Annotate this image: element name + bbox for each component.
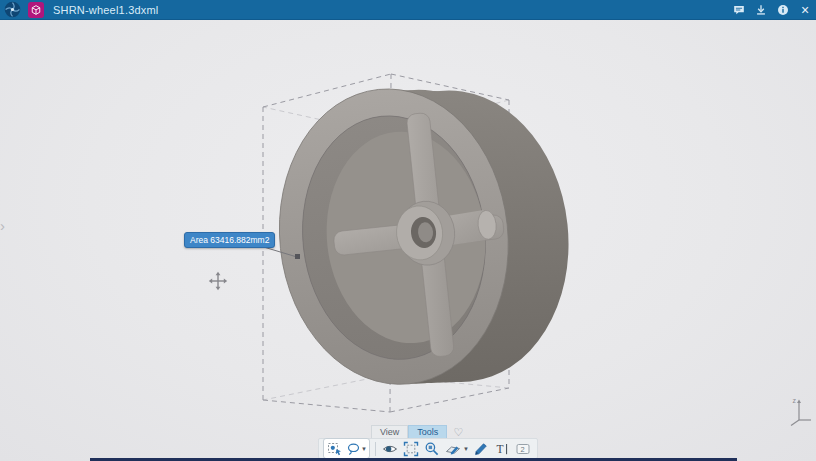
toolbar-divider [375, 442, 376, 456]
ink-annotation-tool[interactable] [472, 440, 491, 458]
select-tool[interactable] [325, 440, 344, 458]
section-tool[interactable] [444, 440, 463, 458]
window-title: SHRN-wheel1.3dxml [53, 4, 159, 16]
hide-show-tool[interactable] [381, 440, 400, 458]
toolbar-tabs: View Tools ♡ [371, 425, 463, 439]
move-cursor-icon [208, 271, 228, 291]
text-annotation-tool[interactable]: T [493, 440, 512, 458]
wheel-body[interactable] [265, 71, 583, 399]
app-window: SHRN-wheel1.3dxml × [0, 0, 816, 461]
selection-tool-group: ▼ [323, 438, 370, 459]
note-2d-tool[interactable]: 2 [514, 440, 533, 458]
close-icon[interactable]: × [794, 0, 816, 20]
tab-view[interactable]: View [371, 425, 408, 439]
wheel-3d-model[interactable] [0, 20, 816, 461]
section-dropdown-caret[interactable]: ▼ [463, 446, 469, 452]
lasso-dropdown-caret[interactable]: ▼ [361, 446, 367, 452]
tab-tools[interactable]: Tools [408, 425, 447, 439]
comment-icon[interactable] [728, 0, 750, 20]
titlebar: SHRN-wheel1.3dxml × [0, 0, 816, 20]
3d-viewport[interactable]: › Area 63416.882mm2 View Tools ♡ [0, 20, 816, 461]
axis-z-label: z [793, 397, 797, 404]
zoom-area-tool[interactable] [423, 440, 442, 458]
panel-expander-chevron[interactable]: › [0, 218, 5, 233]
svg-text:T: T [497, 443, 504, 455]
fit-view-tool[interactable] [402, 440, 421, 458]
compass-icon[interactable] [4, 1, 21, 18]
bottom-toolbar: ▼ [318, 438, 538, 459]
info-icon[interactable] [772, 0, 794, 20]
download-icon[interactable] [750, 0, 772, 20]
svg-text:2: 2 [521, 444, 525, 453]
measurement-label[interactable]: Area 63416.882mm2 [184, 232, 275, 248]
3d-cube-app-icon[interactable] [28, 2, 44, 18]
axis-triad: z [786, 394, 814, 428]
